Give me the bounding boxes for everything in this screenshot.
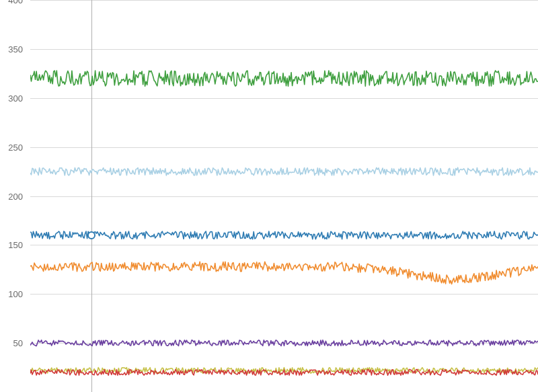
series-s4 <box>30 262 538 284</box>
series-s2 <box>30 167 538 175</box>
y-tick-label: 350 <box>8 44 27 54</box>
y-tick-label: 50 <box>13 338 27 348</box>
y-tick-label: 250 <box>8 142 27 152</box>
line-chart: 400 350 300 250 200 150 100 50 <box>0 0 538 392</box>
series-s1 <box>30 71 538 86</box>
series-layer <box>30 0 538 392</box>
y-tick-label: 400 <box>8 0 27 5</box>
y-tick-label: 150 <box>8 240 27 250</box>
cursor-marker <box>87 231 95 239</box>
plot-area[interactable] <box>30 0 538 392</box>
series-s5 <box>30 340 538 346</box>
y-tick-label: 300 <box>8 93 27 103</box>
series-s3 <box>30 231 538 239</box>
y-tick-label: 100 <box>8 289 27 299</box>
y-tick-label: 200 <box>8 191 27 201</box>
